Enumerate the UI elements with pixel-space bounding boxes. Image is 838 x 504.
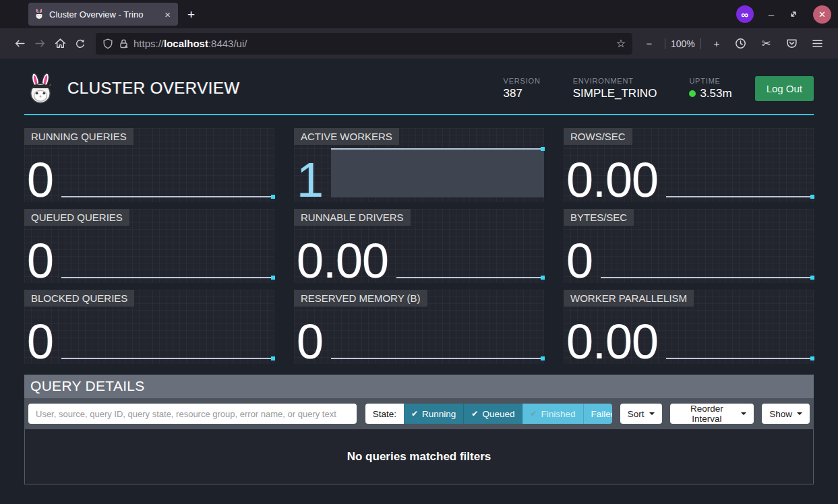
uptime-label: UPTIME bbox=[689, 77, 731, 85]
sparkline-chart bbox=[61, 310, 274, 359]
stat-label: RESERVED MEMORY (B) bbox=[294, 290, 427, 307]
stat-label: WORKER PARALLELISM bbox=[564, 290, 694, 307]
zoom-level[interactable]: 100% bbox=[671, 38, 695, 49]
environment-metric: ENVIRONMENT SIMPLE_TRINO bbox=[573, 77, 657, 100]
state-filter-label: State: bbox=[365, 404, 404, 424]
forward-button[interactable] bbox=[30, 34, 50, 54]
separator bbox=[700, 38, 701, 49]
browser-tab-bar: Cluster Overview - Trino × + ∞ – ✕ bbox=[0, 0, 838, 28]
chevron-down-icon bbox=[797, 412, 802, 415]
url-text: https://localhost:8443/ui/ bbox=[133, 38, 247, 49]
separator bbox=[665, 38, 665, 49]
sparkline-endpoint-dot bbox=[271, 276, 275, 280]
stat-label: QUEUED QUERIES bbox=[24, 209, 129, 226]
empty-queries-message: No queries matched filters bbox=[347, 450, 491, 464]
url-bar[interactable]: https://localhost:8443/ui/ ☆ bbox=[96, 33, 632, 55]
close-window-button[interactable]: ✕ bbox=[813, 5, 831, 24]
stat-value: 0.00 bbox=[566, 158, 658, 202]
minimize-window-button[interactable]: – bbox=[769, 9, 774, 20]
bookmark-star-icon[interactable]: ☆ bbox=[616, 37, 626, 50]
stat-label: BLOCKED QUERIES bbox=[24, 290, 134, 307]
environment-label: ENVIRONMENT bbox=[573, 77, 657, 85]
menu-hamburger-icon[interactable] bbox=[808, 34, 828, 54]
stat-label: RUNNABLE DRIVERS bbox=[294, 209, 411, 226]
pocket-icon[interactable] bbox=[782, 34, 802, 54]
sort-dropdown-button[interactable]: Sort bbox=[620, 404, 662, 424]
version-value: 387 bbox=[504, 87, 541, 100]
stat-value: 0 bbox=[27, 158, 53, 202]
stat-label: RUNNING QUERIES bbox=[24, 128, 133, 145]
sparkline-endpoint-dot bbox=[271, 195, 275, 199]
sparkline-endpoint-dot bbox=[541, 276, 545, 280]
stat-tile: BYTES/SEC0 bbox=[564, 209, 814, 283]
stat-tile: RUNNING QUERIES0 bbox=[24, 128, 274, 202]
state-filter-failed[interactable]: Failed bbox=[584, 404, 612, 424]
query-search-input[interactable] bbox=[28, 404, 357, 424]
query-details-panel: QUERY DETAILS State: ✔Running✔Queued✔Fin… bbox=[24, 375, 814, 484]
stat-value: 0.00 bbox=[297, 239, 388, 283]
sparkline-chart bbox=[666, 148, 814, 197]
sparkline-chart bbox=[666, 310, 814, 359]
browser-tab[interactable]: Cluster Overview - Trino × bbox=[28, 3, 178, 26]
app-header: CLUSTER OVERVIEW VERSION 387 ENVIRONMENT… bbox=[24, 59, 814, 115]
stat-label: BYTES/SEC bbox=[564, 209, 634, 226]
private-browsing-icon: ∞ bbox=[736, 5, 754, 23]
stat-value: 0.00 bbox=[566, 319, 658, 364]
sparkline-chart bbox=[61, 148, 274, 197]
new-tab-button[interactable]: + bbox=[187, 7, 195, 22]
sparkline-chart bbox=[601, 229, 814, 278]
stat-value: 0 bbox=[566, 239, 593, 283]
chevron-down-icon bbox=[741, 412, 746, 415]
check-icon: ✔ bbox=[411, 409, 418, 418]
query-details-title: QUERY DETAILS bbox=[24, 375, 814, 398]
stats-grid: RUNNING QUERIES0ACTIVE WORKERS1ROWS/SEC0… bbox=[24, 128, 814, 364]
sparkline-endpoint-dot bbox=[810, 195, 814, 199]
show-dropdown-button[interactable]: Show bbox=[762, 404, 810, 424]
version-metric: VERSION 387 bbox=[504, 77, 541, 100]
stat-label: ACTIVE WORKERS bbox=[294, 128, 399, 145]
tracking-shield-icon[interactable] bbox=[102, 38, 113, 49]
stat-tile: BLOCKED QUERIES0 bbox=[24, 290, 274, 364]
uptime-value: 3.53m bbox=[700, 87, 731, 100]
sparkline-chart bbox=[396, 229, 544, 278]
sparkline-chart bbox=[331, 148, 544, 197]
page-title: CLUSTER OVERVIEW bbox=[67, 79, 240, 98]
state-filter-group: State: ✔Running✔Queued✔FinishedFailed bbox=[365, 404, 612, 424]
screenshot-scissors-icon[interactable]: ✂ bbox=[756, 34, 777, 54]
state-filter-running[interactable]: ✔Running bbox=[404, 404, 464, 424]
zoom-in-button[interactable]: + bbox=[707, 34, 727, 54]
zoom-out-button[interactable]: − bbox=[639, 34, 659, 54]
uptime-metric: UPTIME 3.53m bbox=[689, 77, 731, 100]
check-icon: ✔ bbox=[530, 409, 537, 418]
state-filter-finished[interactable]: ✔Finished bbox=[522, 404, 583, 424]
connection-lock-warning-icon[interactable] bbox=[119, 38, 129, 49]
stat-value: 0 bbox=[27, 239, 53, 283]
reload-button[interactable] bbox=[70, 34, 90, 54]
restore-window-button[interactable] bbox=[789, 9, 798, 19]
environment-value: SIMPLE_TRINO bbox=[573, 87, 657, 100]
stat-label: ROWS/SEC bbox=[564, 128, 632, 145]
sparkline-endpoint-dot bbox=[541, 147, 545, 151]
sparkline-endpoint-dot bbox=[271, 356, 275, 360]
stat-value[interactable]: 1 bbox=[297, 158, 323, 202]
back-button[interactable] bbox=[9, 34, 30, 54]
tab-title: Cluster Overview - Trino bbox=[49, 9, 162, 20]
stat-tile: RUNNABLE DRIVERS0.00 bbox=[294, 209, 544, 283]
stat-value: 0 bbox=[297, 319, 323, 364]
stat-tile: QUEUED QUERIES0 bbox=[24, 209, 274, 283]
tab-close-icon[interactable]: × bbox=[162, 9, 173, 20]
stat-tile: ACTIVE WORKERS1 bbox=[294, 128, 544, 202]
browser-toolbar: https://localhost:8443/ui/ ☆ − 100% + ✂ bbox=[0, 28, 838, 59]
home-button[interactable] bbox=[50, 34, 70, 54]
state-filter-queued[interactable]: ✔Queued bbox=[464, 404, 522, 424]
history-clock-icon[interactable] bbox=[731, 34, 751, 54]
logout-button[interactable]: Log Out bbox=[755, 76, 814, 101]
trino-bunny-logo bbox=[24, 72, 57, 104]
reorder-interval-dropdown-button[interactable]: Reorder Interval bbox=[670, 404, 754, 424]
sparkline-endpoint-dot bbox=[810, 356, 814, 360]
stat-value: 0 bbox=[27, 319, 53, 364]
uptime-status-dot bbox=[689, 90, 696, 97]
sparkline-chart bbox=[331, 310, 544, 359]
query-list-body: No queries matched filters bbox=[24, 429, 814, 484]
stat-tile: WORKER PARALLELISM0.00 bbox=[564, 290, 814, 364]
